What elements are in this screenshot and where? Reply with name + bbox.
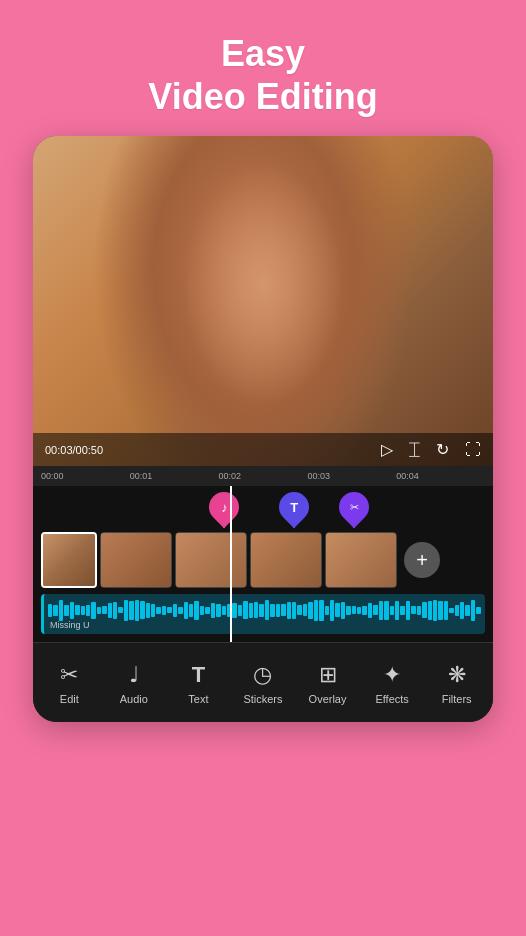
tool-overlay[interactable]: ⊞ Overlay <box>300 662 356 705</box>
tool-text[interactable]: T Text <box>170 662 226 705</box>
tool-edit[interactable]: ✂ Edit <box>41 662 97 705</box>
audio-track: Missing U <box>41 594 485 634</box>
ruler-mark-4: 00:04 <box>396 471 485 481</box>
waveform <box>44 598 485 622</box>
audio-icon: ♩ <box>129 662 139 688</box>
thumb-2 <box>100 532 172 588</box>
edit-label: Edit <box>60 693 79 705</box>
rotate-icon[interactable]: ↻ <box>436 440 449 459</box>
text-marker-pin[interactable]: T <box>279 492 309 528</box>
filters-label: Filters <box>442 693 472 705</box>
tool-effects[interactable]: ✦ Effects <box>364 662 420 705</box>
audio-label-btn: Audio <box>120 693 148 705</box>
tool-audio[interactable]: ♩ Audio <box>106 662 162 705</box>
bottom-toolbar: ✂ Edit ♩ Audio T Text ◷ Stickers ⊞ Overl… <box>33 642 493 722</box>
fullscreen-icon[interactable]: ⛶ <box>465 441 481 459</box>
time-display: 00:03/00:50 <box>45 444 115 456</box>
timeline-ruler: 00:00 00:01 00:02 00:03 00:04 <box>33 466 493 486</box>
video-controls-bar: 00:03/00:50 ▷ ⌶ ↻ ⛶ <box>33 433 493 466</box>
thumb-4 <box>250 532 322 588</box>
video-track: + <box>33 528 493 592</box>
trim-icon[interactable]: ⌶ <box>409 439 420 460</box>
app-card: 00:03/00:50 ▷ ⌶ ↻ ⛶ 00:00 00:01 00:02 00… <box>33 136 493 722</box>
effects-icon: ✦ <box>383 662 401 688</box>
timeline-area: 00:00 00:01 00:02 00:03 00:04 ♪ <box>33 466 493 642</box>
timeline-playhead <box>230 486 232 642</box>
edit-icon: ✂ <box>60 662 78 688</box>
ruler-mark-1: 00:01 <box>130 471 219 481</box>
stickers-icon: ◷ <box>253 662 272 688</box>
thumb-1 <box>41 532 97 588</box>
stickers-label: Stickers <box>243 693 282 705</box>
sticker-marker-pin[interactable]: ✂ <box>339 492 369 528</box>
ruler-mark-3: 00:03 <box>307 471 396 481</box>
thumb-3 <box>175 532 247 588</box>
overlay-icon: ⊞ <box>319 662 337 688</box>
effects-label: Effects <box>375 693 408 705</box>
text-label: Text <box>188 693 208 705</box>
header-title: Easy Video Editing <box>148 32 377 118</box>
timeline-tracks: ♪ T ✂ <box>33 486 493 642</box>
thumb-5 <box>325 532 397 588</box>
ruler-mark-2: 00:02 <box>219 471 308 481</box>
play-icon[interactable]: ▷ <box>381 440 393 459</box>
tool-stickers[interactable]: ◷ Stickers <box>235 662 291 705</box>
filters-icon: ❋ <box>448 662 466 688</box>
add-clip-button[interactable]: + <box>404 542 440 578</box>
audio-label: Missing U <box>50 620 90 630</box>
text-icon: T <box>192 662 205 688</box>
music-marker-pin[interactable]: ♪ <box>209 492 239 528</box>
ruler-mark-0: 00:00 <box>41 471 130 481</box>
overlay-label: Overlay <box>309 693 347 705</box>
tool-filters[interactable]: ❋ Filters <box>429 662 485 705</box>
video-preview: 00:03/00:50 ▷ ⌶ ↻ ⛶ <box>33 136 493 466</box>
